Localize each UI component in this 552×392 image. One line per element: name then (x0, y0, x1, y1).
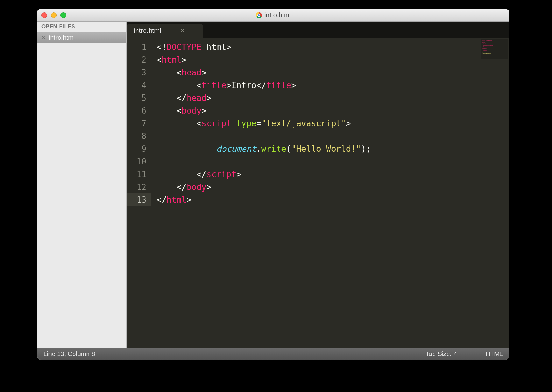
editor-area: intro.html ✕ 12345678910111213 <!DOCTYPE… (127, 22, 509, 348)
line-number-gutter: 12345678910111213 (127, 38, 151, 348)
open-file-name: intro.html (49, 34, 75, 41)
close-file-icon[interactable]: ✕ (41, 35, 46, 41)
line-number: 6 (127, 104, 151, 117)
chrome-icon (256, 12, 262, 18)
code-line[interactable]: </html> (157, 193, 509, 206)
line-number: 7 (127, 117, 151, 130)
line-number: 8 (127, 130, 151, 143)
status-cursor-position[interactable]: Line 13, Column 8 (43, 350, 95, 358)
code-line[interactable]: <title>Intro</title> (157, 79, 509, 92)
code-line[interactable] (157, 155, 509, 168)
line-number: 2 (127, 53, 151, 66)
tab-intro[interactable]: intro.html ✕ (127, 24, 203, 38)
code-line[interactable]: <script type="text/javascript"> (157, 117, 509, 130)
code-line[interactable]: </script> (157, 168, 509, 181)
code-line[interactable]: <html> (157, 53, 509, 66)
code-line[interactable]: </body> (157, 181, 509, 193)
code-content[interactable]: <!DOCTYPE html><html> <head> <title>Intr… (151, 38, 509, 348)
line-number: 10 (127, 155, 151, 168)
open-file-item[interactable]: ✕ intro.html (37, 32, 126, 43)
code-line[interactable]: document.write("Hello World!"); (157, 143, 509, 155)
line-number: 13 (127, 193, 151, 206)
status-syntax[interactable]: HTML (486, 350, 503, 358)
line-number: 9 (127, 143, 151, 155)
code-line[interactable]: <head> (157, 66, 509, 79)
code-line[interactable]: </head> (157, 92, 509, 104)
status-bar: Line 13, Column 8 Tab Size: 4 HTML (37, 348, 509, 360)
line-number: 5 (127, 92, 151, 104)
tab-label: intro.html (134, 27, 161, 34)
status-tab-size[interactable]: Tab Size: 4 (426, 350, 457, 358)
sidebar: OPEN FILES ✕ intro.html (37, 22, 127, 348)
sidebar-header: OPEN FILES (37, 22, 126, 32)
window-title: intro.html (37, 11, 509, 19)
code-line[interactable]: <!DOCTYPE html> (157, 41, 509, 53)
line-number: 12 (127, 181, 151, 193)
editor[interactable]: 12345678910111213 <!DOCTYPE html><html> … (127, 38, 509, 348)
line-number: 3 (127, 66, 151, 79)
code-line[interactable]: <body> (157, 104, 509, 117)
code-line[interactable] (157, 130, 509, 143)
line-number: 11 (127, 168, 151, 181)
zoom-window-button[interactable] (60, 12, 66, 18)
line-number: 1 (127, 41, 151, 53)
traffic-lights (41, 12, 66, 18)
window-title-text: intro.html (265, 11, 291, 19)
line-number: 4 (127, 79, 151, 92)
tab-close-icon[interactable]: ✕ (180, 27, 185, 34)
current-line-highlight (151, 193, 509, 206)
app-window: intro.html OPEN FILES ✕ intro.html intro… (37, 9, 509, 360)
titlebar[interactable]: intro.html (37, 9, 509, 22)
close-window-button[interactable] (41, 12, 47, 18)
tab-bar: intro.html ✕ (127, 22, 509, 38)
minimap[interactable]: <!DOCTYPE html> <html> <head> <title>Int… (481, 39, 508, 59)
minimize-window-button[interactable] (51, 12, 57, 18)
